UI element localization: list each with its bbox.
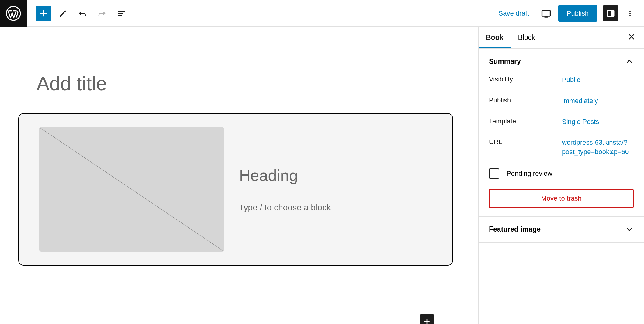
- redo-button: [94, 6, 109, 21]
- template-value[interactable]: Single Posts: [562, 117, 634, 127]
- document-overview-button[interactable]: [114, 6, 129, 21]
- block-inserter-button[interactable]: [36, 6, 51, 21]
- options-button[interactable]: [624, 5, 636, 21]
- dots-vertical-icon: [626, 8, 634, 19]
- toolbar-right: Save draft Publish: [494, 5, 644, 22]
- featured-image-title: Featured image: [489, 225, 541, 233]
- undo-icon: [78, 9, 87, 18]
- wordpress-logo[interactable]: [0, 0, 27, 27]
- summary-panel: Summary Visibility Public Publish Immedi…: [479, 49, 644, 217]
- summary-title: Summary: [489, 57, 521, 66]
- svg-line-7: [39, 127, 224, 252]
- pending-review-label: Pending review: [507, 170, 552, 178]
- chevron-up-icon: [625, 57, 634, 66]
- url-row: URL wordpress-63.kinsta/?post_type=book&…: [489, 138, 634, 157]
- post-title-input[interactable]: Add title: [36, 72, 460, 95]
- featured-image-panel: Featured image: [479, 217, 644, 243]
- publish-label: Publish: [489, 96, 562, 106]
- svg-point-4: [629, 11, 631, 12]
- settings-sidebar-toggle[interactable]: [603, 5, 618, 21]
- sidebar-icon: [606, 9, 615, 18]
- pending-review-checkbox[interactable]: [489, 168, 499, 179]
- visibility-label: Visibility: [489, 75, 562, 85]
- tools-button[interactable]: [55, 6, 71, 21]
- chevron-down-icon: [625, 225, 634, 234]
- featured-image-toggle[interactable]: Featured image: [489, 225, 634, 234]
- undo-button[interactable]: [75, 6, 90, 21]
- sidebar-tabs: Book Block: [479, 27, 644, 49]
- publish-row: Publish Immediately: [489, 96, 634, 106]
- list-icon: [117, 9, 126, 18]
- summary-body: Visibility Public Publish Immediately Te…: [489, 66, 634, 208]
- plus-icon: [39, 9, 48, 18]
- paragraph-block[interactable]: Type / to choose a block: [239, 203, 432, 212]
- plus-icon: [423, 318, 431, 324]
- pending-review-row: Pending review: [489, 168, 634, 179]
- url-value[interactable]: wordpress-63.kinsta/?post_type=book&p=60: [562, 138, 634, 157]
- desktop-icon: [541, 8, 552, 19]
- close-sidebar-button[interactable]: [628, 33, 644, 42]
- image-placeholder-icon: [39, 127, 224, 252]
- preview-button[interactable]: [539, 7, 553, 20]
- settings-sidebar: Book Block Summary Visibility Public Pub…: [478, 27, 644, 324]
- svg-point-6: [629, 15, 631, 16]
- svg-point-5: [629, 13, 631, 14]
- publish-button[interactable]: Publish: [558, 5, 597, 22]
- media-placeholder[interactable]: [39, 127, 224, 252]
- pencil-icon: [58, 9, 68, 18]
- add-block-button[interactable]: [420, 314, 434, 324]
- toolbar-left: [27, 6, 129, 21]
- visibility-value[interactable]: Public: [562, 75, 634, 85]
- template-label: Template: [489, 117, 562, 127]
- top-toolbar: Save draft Publish: [0, 0, 644, 27]
- wordpress-icon: [6, 6, 21, 21]
- tab-book[interactable]: Book: [479, 27, 511, 48]
- visibility-row: Visibility Public: [489, 75, 634, 85]
- template-row: Template Single Posts: [489, 117, 634, 127]
- summary-panel-toggle[interactable]: Summary: [489, 57, 634, 66]
- tab-block[interactable]: Block: [511, 27, 542, 48]
- editor-canvas: Add title Heading Type / to choose a blo…: [0, 27, 478, 324]
- url-label: URL: [489, 138, 562, 157]
- svg-rect-3: [611, 10, 614, 16]
- media-text-block[interactable]: Heading Type / to choose a block: [18, 113, 453, 266]
- redo-icon: [97, 9, 106, 18]
- move-to-trash-button[interactable]: Move to trash: [489, 189, 634, 208]
- close-icon: [628, 33, 635, 41]
- heading-block[interactable]: Heading: [239, 166, 432, 184]
- media-text-content: Heading Type / to choose a block: [239, 166, 432, 212]
- save-draft-button[interactable]: Save draft: [494, 6, 534, 20]
- svg-rect-1: [542, 11, 550, 16]
- publish-value[interactable]: Immediately: [562, 96, 634, 106]
- main-area: Add title Heading Type / to choose a blo…: [0, 27, 644, 324]
